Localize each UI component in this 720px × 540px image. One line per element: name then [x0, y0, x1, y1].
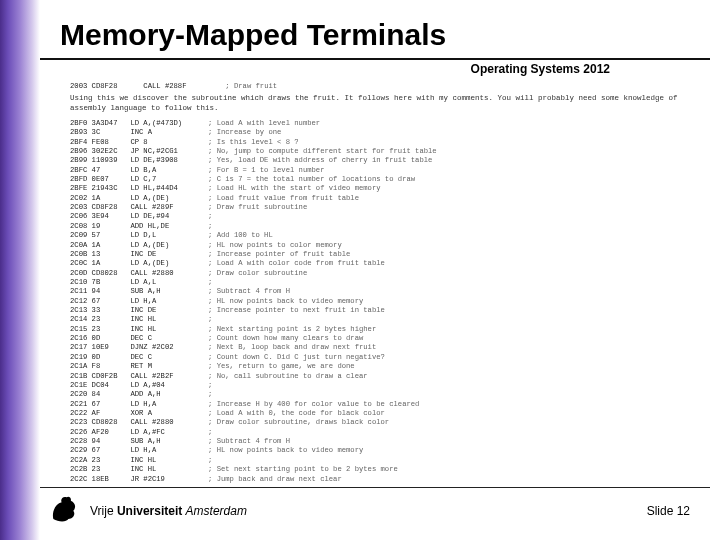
intro-paragraph: Using this we discover the subroutine wh…	[70, 94, 700, 114]
addr: 2C02 1A	[70, 194, 130, 202]
asm: LD DE,#94	[130, 212, 208, 220]
addr: 2B96 302E2C	[70, 147, 130, 155]
cmt: ; HL now points to color memory	[208, 241, 342, 249]
cmt: ; Set next starting point to be 2 bytes …	[208, 465, 398, 473]
code-row: 2C22 AF XOR A ; Load A with 0, the code …	[70, 409, 700, 418]
code-row: 2C2B 23 INC HL ; Set next starting point…	[70, 465, 700, 474]
code-listing: 2003 CD8F28 CALL #288F ; Draw fruit Usin…	[70, 82, 700, 484]
addr: 2C22 AF	[70, 409, 130, 417]
asm: INC DE	[130, 306, 208, 314]
code-row: 2C2A 23 INC HL ;	[70, 456, 700, 465]
addr: 2C29 67	[70, 446, 130, 454]
addr: 2C1E DC04	[70, 381, 130, 389]
addr: 2C16 0D	[70, 334, 130, 342]
code-row: 2C10 7B LD A,L ;	[70, 278, 700, 287]
asm: LD A,(DE)	[130, 241, 208, 249]
asm: LD A,#FC	[130, 428, 208, 436]
cmt: ; No, jump to compute different start fo…	[208, 147, 437, 155]
addr: 2C08 19	[70, 222, 130, 230]
addr: 2C19 0D	[70, 353, 130, 361]
addr: 2C0A 1A	[70, 241, 130, 249]
addr: 2C21 67	[70, 400, 130, 408]
cmt: ; Draw fruit	[225, 82, 277, 90]
addr: 2C2C 18EB	[70, 475, 130, 483]
code-row: 2C08 19 ADD HL,DE ;	[70, 222, 700, 231]
cmt: ; Draw color subroutine	[208, 269, 307, 277]
code-row: 2C15 23 INC HL ; Next starting point is …	[70, 325, 700, 334]
cmt: ;	[208, 390, 212, 398]
code-row: 2C14 23 INC HL ;	[70, 315, 700, 324]
addr: 2C14 23	[70, 315, 130, 323]
code-row: 2BF0 3A3D47 LD A,(#473D) ; Load A with l…	[70, 119, 700, 128]
cmt: ; Count down how many clears to draw	[208, 334, 363, 342]
cmt: ; Load HL with the start of video memory	[208, 184, 381, 192]
cmt: ;	[208, 278, 212, 286]
cmt: ; Subtract 4 from H	[208, 437, 290, 445]
uni-word-3: Amsterdam	[186, 504, 247, 518]
cmt: ; For B = 1 to level number	[208, 166, 324, 174]
code-row: 2C1B CD0F2B CALL #2B2F ; No, call subrou…	[70, 372, 700, 381]
asm: XOR A	[130, 409, 208, 417]
code-row: 2C29 67 LD H,A ; HL now points back to v…	[70, 446, 700, 455]
code-row: 2C13 33 INC DE ; Increase pointer to nex…	[70, 306, 700, 315]
code-row: 2C09 57 LD D,L ; Add 100 to HL	[70, 231, 700, 240]
code-row: 2C19 0D DEC C ; Count down C. Did C just…	[70, 353, 700, 362]
cmt: ; Subtract 4 from H	[208, 287, 290, 295]
asm: LD D,L	[130, 231, 208, 239]
cmt: ;	[208, 381, 212, 389]
cmt: ; HL now points back to video memory	[208, 446, 363, 454]
code-row: 2C16 0D DEC C ; Count down how many clea…	[70, 334, 700, 343]
code-row: 2BFE 21943C LD HL,#44D4 ; Load HL with t…	[70, 184, 700, 193]
cmt: ; Yes, load DE with address of cherry in…	[208, 156, 432, 164]
asm: CALL #2880	[130, 418, 208, 426]
code-row: 2B93 3C INC A ; Increase by one	[70, 128, 700, 137]
cmt: ; Increase pointer of fruit table	[208, 250, 350, 258]
addr: 2C15 23	[70, 325, 130, 333]
asm: DEC C	[130, 334, 208, 342]
code-row: 2C1E DC04 LD A,#04 ;	[70, 381, 700, 390]
asm: LD A,#04	[130, 381, 208, 389]
asm: ADD A,H	[130, 390, 208, 398]
asm: JR #2C19	[130, 475, 208, 483]
code-row: 2C2C 18EB JR #2C19 ; Jump back and draw …	[70, 475, 700, 484]
code-row: 2C21 67 LD H,A ; Increase H by 400 for c…	[70, 400, 700, 409]
cmt: ; C is 7 = the total number of locations…	[208, 175, 415, 183]
asm: CALL #288F	[143, 82, 186, 90]
addr: 2C10 7B	[70, 278, 130, 286]
code-row: 2C26 AF20 LD A,#FC ;	[70, 428, 700, 437]
code-row: 2C20 84 ADD A,H ;	[70, 390, 700, 399]
asm: LD DE,#3908	[130, 156, 208, 164]
addr: 2B93 3C	[70, 128, 130, 136]
code-row: 2B96 302E2C JP NC,#2CG1 ; No, jump to co…	[70, 147, 700, 156]
university-label: Vrije Universiteit Amsterdam	[90, 504, 247, 518]
footer-bar: Vrije Universiteit Amsterdam Slide 12	[90, 504, 690, 518]
addr: 2C03 CD8F28	[70, 203, 130, 211]
cmt: ;	[208, 212, 212, 220]
addr: 2C0D CD8028	[70, 269, 130, 277]
asm: LD A,(#473D)	[130, 119, 208, 127]
code-row: 2C0A 1A LD A,(DE) ; HL now points to col…	[70, 241, 700, 250]
code-row: 2C0C 1A LD A,(DE) ; Load A with color co…	[70, 259, 700, 268]
asm: INC HL	[130, 456, 208, 464]
code-row: 2C06 3E94 LD DE,#94 ;	[70, 212, 700, 221]
code-row: 2B99 110939 LD DE,#3908 ; Yes, load DE w…	[70, 156, 700, 165]
code-row: 2C17 10E9 DJNZ #2C02 ; Next B, loop back…	[70, 343, 700, 352]
cmt: ; Draw fruit subroutine	[208, 203, 307, 211]
footer-rule	[40, 487, 710, 488]
addr: 2C09 57	[70, 231, 130, 239]
addr: 2BFE 21943C	[70, 184, 130, 192]
cmt: ; Jump back and draw next clear	[208, 475, 342, 483]
addr: 2BFD 0E07	[70, 175, 130, 183]
cmt: ; HL now points back to video memory	[208, 297, 363, 305]
code-row: 2BF4 FE08 CP 8 ; Is this level < 8 ?	[70, 138, 700, 147]
cmt: ; Load fruit value from fruit table	[208, 194, 359, 202]
asm: ADD HL,DE	[130, 222, 208, 230]
addr: 2BF4 FE08	[70, 138, 130, 146]
code-row: 2C12 67 LD H,A ; HL now points back to v…	[70, 297, 700, 306]
cmt: ; Add 100 to HL	[208, 231, 273, 239]
code-row: 2C03 CD8F28 CALL #289F ; Draw fruit subr…	[70, 203, 700, 212]
asm: CALL #2B2F	[130, 372, 208, 380]
slide-number: Slide 12	[647, 504, 690, 518]
addr: 2C11 94	[70, 287, 130, 295]
code-row: 2C0D CD8028 CALL #2880 ; Draw color subr…	[70, 269, 700, 278]
